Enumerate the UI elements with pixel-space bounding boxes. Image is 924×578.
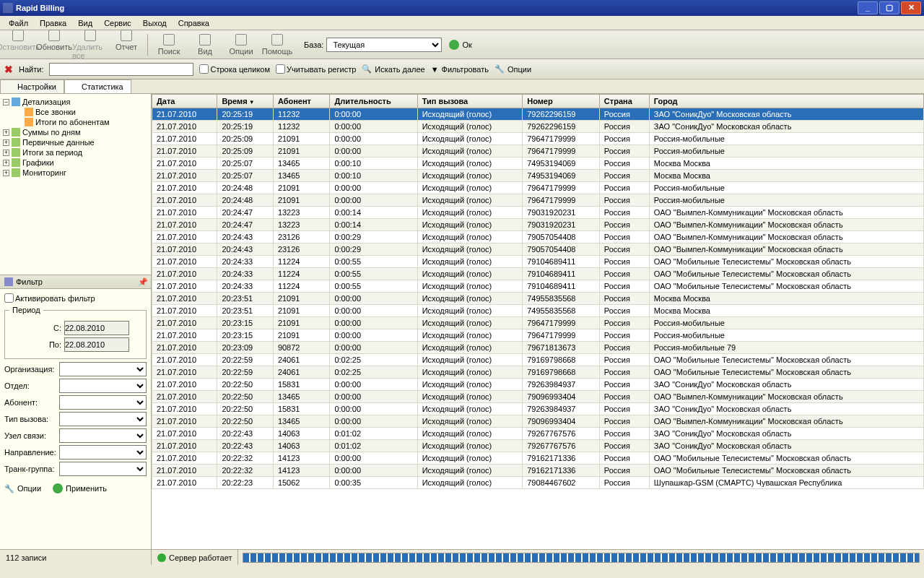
tab-icon xyxy=(8,83,15,90)
table-row[interactable]: 21.07.201020:24:43231260:00:29Исходящий … xyxy=(152,231,924,243)
table-row[interactable]: 21.07.201020:22:43140630:01:02Исходящий … xyxy=(152,428,924,440)
toolbar-Помощь[interactable]: Помощь xyxy=(259,34,295,56)
table-row[interactable]: 21.07.201020:22:32141230:00:00Исходящий … xyxy=(152,452,924,465)
server-status: Сервер работает xyxy=(152,550,238,565)
toolbar-Опции[interactable]: Опции xyxy=(223,34,259,56)
filter-options-button[interactable]: 🔧 Опции xyxy=(4,483,41,493)
table-row[interactable]: 21.07.201020:22:59240610:02:25Исходящий … xyxy=(152,366,924,379)
toolbar-Остановить[interactable]: Остановить xyxy=(0,30,36,60)
table-row[interactable]: 21.07.201020:22:50158310:00:00Исходящий … xyxy=(152,403,924,415)
table-row[interactable]: 21.07.201020:25:09210910:00:00Исходящий … xyxy=(152,133,924,145)
tree-node[interactable]: +Суммы по дням xyxy=(3,127,148,137)
col-Абонент[interactable]: Абонент xyxy=(273,95,330,108)
toolbar-Отчет[interactable]: Отчет xyxy=(108,30,144,60)
table-row[interactable]: 21.07.201020:24:33112240:00:55Исходящий … xyxy=(152,280,924,293)
table-row[interactable]: 21.07.201020:22:32141230:00:00Исходящий … xyxy=(152,465,924,477)
toolbar-Удалить все[interactable]: Удалить все xyxy=(72,30,108,60)
col-Город[interactable]: Город xyxy=(649,95,923,108)
col-Номер[interactable]: Номер xyxy=(523,95,600,108)
filter-field[interactable] xyxy=(59,395,147,410)
pin-icon[interactable]: 📌 xyxy=(138,277,147,286)
table-row[interactable]: 21.07.201020:25:09210910:00:00Исходящий … xyxy=(152,145,924,158)
table-row[interactable]: 21.07.201020:22:50158310:00:00Исходящий … xyxy=(152,379,924,391)
close-button[interactable]: ✕ xyxy=(901,1,921,14)
base-combo[interactable]: Текущая xyxy=(326,38,442,52)
toolbar-Вид[interactable]: Вид xyxy=(187,34,223,56)
tree-node[interactable]: +Графики xyxy=(3,158,148,168)
table-row[interactable]: 21.07.201020:24:47132230:00:14Исходящий … xyxy=(152,219,924,231)
table-row[interactable]: 21.07.201020:25:19112320:00:00Исходящий … xyxy=(152,121,924,133)
table-row[interactable]: 21.07.201020:24:47132230:00:14Исходящий … xyxy=(152,207,924,219)
tree-node[interactable]: +Первичные данные xyxy=(3,137,148,147)
node-icon xyxy=(12,138,20,147)
search-options-button[interactable]: 🔧 Опции xyxy=(494,64,531,74)
search-next-button[interactable]: 🔍 Искать далее xyxy=(362,64,424,74)
case-checkbox[interactable]: Учитывать регистр xyxy=(276,64,356,74)
whole-word-checkbox[interactable]: Строка целиком xyxy=(199,64,270,74)
node-icon xyxy=(12,158,20,167)
maximize-button[interactable]: ▢ xyxy=(879,1,899,14)
toolbar-icon xyxy=(271,34,283,46)
tab-Настройки[interactable]: Настройки xyxy=(0,79,64,93)
window-title: Rapid Billing xyxy=(16,4,64,12)
toolbar-Поиск[interactable]: Поиск xyxy=(151,34,187,56)
menu-Вид[interactable]: Вид xyxy=(72,17,98,29)
filter-icon xyxy=(4,277,13,286)
menu-Сервис[interactable]: Сервис xyxy=(98,17,137,29)
tab-Статистика[interactable]: Статистика xyxy=(64,79,131,93)
table-row[interactable]: 21.07.201020:23:09908720:00:00Исходящий … xyxy=(152,342,924,354)
menu-Правка[interactable]: Правка xyxy=(34,17,72,29)
date-from[interactable] xyxy=(64,321,129,335)
tree-item[interactable]: Итоги по абонентам xyxy=(25,117,148,127)
table-row[interactable]: 21.07.201020:23:15210910:00:00Исходящий … xyxy=(152,329,924,342)
toolbar-Обновить[interactable]: Обновить xyxy=(36,30,72,60)
table-row[interactable]: 21.07.201020:23:51210910:00:00Исходящий … xyxy=(152,305,924,317)
progress-bar xyxy=(243,553,920,563)
col-Длительность[interactable]: Длительность xyxy=(330,95,417,108)
table-row[interactable]: 21.07.201020:25:19112320:00:00Исходящий … xyxy=(152,108,924,121)
filter-field[interactable] xyxy=(59,362,147,376)
table-row[interactable]: 21.07.201020:22:50134650:00:00Исходящий … xyxy=(152,391,924,403)
tree-node[interactable]: +Мониторинг xyxy=(3,168,148,178)
tree-node[interactable]: +Итоги за период xyxy=(3,147,148,158)
date-to[interactable] xyxy=(64,337,129,352)
table-row[interactable]: 21.07.201020:24:33112240:00:55Исходящий … xyxy=(152,268,924,280)
table-row[interactable]: 21.07.201020:25:07134650:00:10Исходящий … xyxy=(152,170,924,182)
search-label: Найти: xyxy=(19,65,43,74)
filter-field[interactable] xyxy=(59,379,147,393)
menu-Файл[interactable]: Файл xyxy=(3,17,34,29)
table-row[interactable]: 21.07.201020:24:33112240:00:55Исходящий … xyxy=(152,256,924,268)
table-row[interactable]: 21.07.201020:23:15210910:00:00Исходящий … xyxy=(152,317,924,329)
table-row[interactable]: 21.07.201020:22:43140630:01:02Исходящий … xyxy=(152,440,924,452)
apply-button[interactable]: Применить xyxy=(53,483,107,493)
minimize-button[interactable]: _ xyxy=(858,1,878,14)
table-row[interactable]: 21.07.201020:22:59240610:02:25Исходящий … xyxy=(152,354,924,366)
tree-root[interactable]: −Детализация xyxy=(3,97,148,107)
search-input[interactable] xyxy=(49,63,193,76)
clear-search-icon[interactable]: ✖ xyxy=(4,64,13,75)
filter-field[interactable] xyxy=(59,428,147,443)
ok-button[interactable]: Ок xyxy=(449,40,471,50)
filter-field[interactable] xyxy=(59,412,147,426)
filter-button[interactable]: ▼ Фильтровать xyxy=(431,65,489,74)
col-Время[interactable]: Время xyxy=(217,95,273,108)
menu-Выход[interactable]: Выход xyxy=(137,17,173,29)
tree-item[interactable]: Все звонки xyxy=(25,107,148,117)
col-Страна[interactable]: Страна xyxy=(599,95,649,108)
check-icon xyxy=(53,483,63,493)
menu-Справка[interactable]: Справка xyxy=(173,17,215,29)
col-Тип вызова[interactable]: Тип вызова xyxy=(417,95,523,108)
table-row[interactable]: 21.07.201020:22:23150620:00:35Исходящий … xyxy=(152,477,924,489)
filter-field[interactable] xyxy=(59,462,147,476)
table-row[interactable]: 21.07.201020:22:50134650:00:00Исходящий … xyxy=(152,415,924,428)
table-row[interactable]: 21.07.201020:24:48210910:00:00Исходящий … xyxy=(152,182,924,194)
activate-filter-checkbox[interactable]: Активировать фильтр xyxy=(4,293,147,303)
table-row[interactable]: 21.07.201020:23:51210910:00:00Исходящий … xyxy=(152,293,924,305)
table-row[interactable]: 21.07.201020:24:48210910:00:00Исходящий … xyxy=(152,194,924,207)
status-ok-icon xyxy=(157,553,166,562)
table-row[interactable]: 21.07.201020:25:07134650:00:10Исходящий … xyxy=(152,158,924,170)
toolbar-icon xyxy=(84,30,96,41)
filter-field[interactable] xyxy=(59,445,147,460)
table-row[interactable]: 21.07.201020:24:43231260:00:29Исходящий … xyxy=(152,243,924,256)
col-Дата[interactable]: Дата xyxy=(152,95,217,108)
